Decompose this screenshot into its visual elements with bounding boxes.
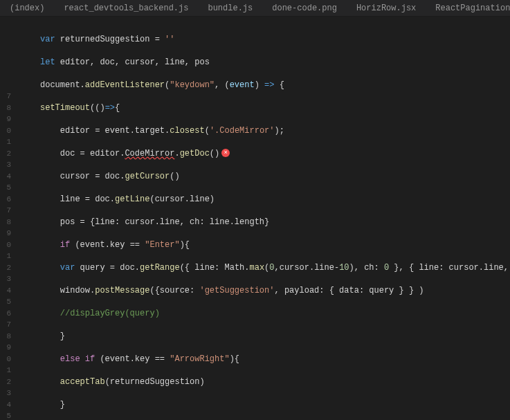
tab-bar: (index) react_devtools_backend.js bundle… (0, 0, 510, 17)
tab-react-devtools[interactable]: react_devtools_backend.js (54, 0, 198, 16)
tab-done-code[interactable]: done-code.png (262, 0, 347, 16)
tab-bundle[interactable]: bundle.js (198, 0, 262, 16)
tab-reactpagination[interactable]: ReactPagination.jsx (426, 0, 510, 16)
code-area[interactable]: var returnedSuggestion = '' let editor, … (14, 17, 510, 420)
line-number-gutter: 789012345678901234567890123456 (0, 17, 14, 420)
error-icon[interactable]: × (221, 149, 230, 157)
tab-horizrow[interactable]: HorizRow.jsx (347, 0, 426, 16)
tab-index[interactable]: (index) (0, 0, 54, 16)
code-editor[interactable]: 789012345678901234567890123456 var retur… (0, 17, 510, 420)
